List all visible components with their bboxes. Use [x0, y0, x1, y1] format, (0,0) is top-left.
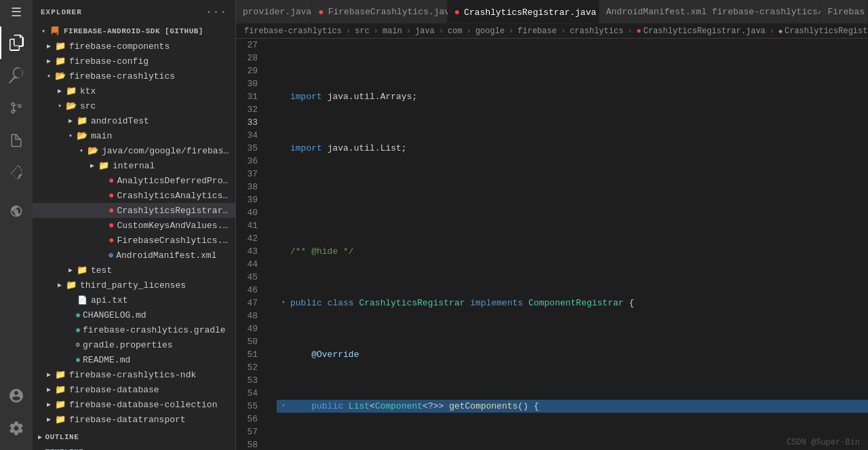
- sidebar-item-readme[interactable]: ◉ README.md: [33, 352, 235, 367]
- file-icon: 📄: [76, 295, 88, 305]
- tab-bar: provider.java ● FirebaseCrashlytics.java…: [236, 0, 868, 24]
- tab-provider-java[interactable]: provider.java: [236, 0, 311, 24]
- breadcrumb-file[interactable]: ● CrashlyticsRegistrar.java: [637, 26, 766, 36]
- fold-arrow-31[interactable]: ▾: [277, 297, 290, 310]
- sidebar-item-firebase-components[interactable]: ▶ 📁 firebase-components: [33, 39, 235, 54]
- project-root-arrow[interactable]: ▾: [38, 27, 49, 35]
- sep: ›: [561, 26, 566, 36]
- breadcrumb-firebase-crashlytics[interactable]: firebase-crashlytics: [244, 26, 342, 36]
- tab-error-indicator: ●: [454, 7, 460, 18]
- sidebar-item-firebase-crashlytics-java[interactable]: ● FirebaseCrashlytics.java: [33, 233, 235, 248]
- folder-arrow[interactable]: ▶: [43, 415, 54, 424]
- sidebar-item-android-manifest[interactable]: ⊕ AndroidManifest.xml: [33, 248, 235, 263]
- sidebar-item-firebase-datatransport[interactable]: ▶ 📁 firebase-datatransport: [33, 412, 235, 427]
- settings-activity-icon[interactable]: [0, 412, 33, 445]
- sidebar-item-firebase-config[interactable]: ▶ 📁 firebase-config: [33, 54, 235, 69]
- sidebar-item-custom-keys[interactable]: ● CustomKeysAndValues.java: [33, 218, 235, 233]
- breadcrumb-java[interactable]: java: [415, 26, 435, 36]
- sidebar-item-crashlytics-registrar[interactable]: ● CrashlyticsRegistrar.java: [33, 203, 235, 218]
- line-numbers: 27 28 29 30 31 32 33 34 35 36 37 38 39 4…: [236, 39, 271, 450]
- file-label: CHANGELOG.md: [83, 310, 146, 320]
- sidebar-item-test[interactable]: ▶ 📁 test: [33, 263, 235, 278]
- sidebar-item-ktx[interactable]: ▶ 📁 ktx: [33, 83, 235, 98]
- folder-label: firebase-components: [69, 41, 170, 52]
- folder-arrow[interactable]: ▶: [43, 42, 54, 50]
- source-control-activity-icon[interactable]: [0, 92, 33, 124]
- breadcrumb-com[interactable]: com: [448, 26, 462, 36]
- breadcrumb-google[interactable]: google: [475, 26, 505, 36]
- code-editor[interactable]: 27 28 29 30 31 32 33 34 35 36 37 38 39 4…: [236, 39, 868, 450]
- folder-arrow[interactable]: ▾: [65, 132, 76, 140]
- file-label: firebase-crashlytics.gradle: [83, 325, 226, 335]
- sidebar-item-main[interactable]: ▾ 📂 main: [33, 128, 235, 143]
- folder-arrow[interactable]: ▶: [54, 281, 65, 289]
- tab-android-manifest[interactable]: AndroidManifest.xml firebase-crashlytics…: [599, 0, 821, 24]
- folder-arrow[interactable]: ▶: [87, 162, 98, 170]
- file-label: AnalyticsDeferredProxy.java: [117, 176, 230, 186]
- folder-arrow[interactable]: ▶: [54, 87, 65, 95]
- tab-firebase-crashlytics-java[interactable]: ● FirebaseCrashlytics.java: [311, 0, 448, 24]
- code-line-32: @Override: [277, 348, 868, 361]
- sidebar-item-gradle-file[interactable]: ◉ firebase-crashlytics.gradle: [33, 322, 235, 337]
- outline-section[interactable]: ▶ OUTLINE: [33, 430, 235, 445]
- folder-arrow[interactable]: ▾: [43, 72, 54, 80]
- sep: ›: [374, 26, 378, 36]
- folder-arrow[interactable]: ▶: [43, 57, 54, 65]
- explorer-activity-icon[interactable]: [0, 26, 33, 59]
- timeline-section[interactable]: ▶ TIMELINE: [33, 445, 235, 450]
- code-text: /** @hide */: [290, 245, 354, 258]
- breadcrumb-main[interactable]: main: [382, 26, 402, 36]
- sidebar-item-firebase-database[interactable]: ▶ 📁 firebase-database: [33, 382, 235, 397]
- line-num-37: 37: [236, 168, 271, 181]
- tab-label: AndroidManifest.xml firebase-crashlytics…: [606, 7, 839, 17]
- folder-icon: 📁: [76, 115, 88, 126]
- breadcrumb-firebase[interactable]: firebase: [517, 26, 557, 36]
- watermark: CSDN @Super-Bin: [787, 438, 860, 447]
- line-num-41: 41: [236, 219, 271, 232]
- sidebar-item-crashlytics-analytics-listener[interactable]: ● CrashlyticsAnalyticsListener.java: [33, 188, 235, 203]
- sidebar-item-api-txt[interactable]: 📄 api.txt: [33, 293, 235, 307]
- folder-arrow[interactable]: ▾: [54, 102, 65, 110]
- folder-arrow[interactable]: ▾: [76, 147, 87, 155]
- hamburger-menu-icon[interactable]: ☰: [0, 0, 33, 24]
- extensions-activity-icon[interactable]: [0, 157, 33, 189]
- sidebar-item-analytics-deferred-proxy[interactable]: ● AnalyticsDeferredProxy.java: [33, 173, 235, 188]
- sidebar-menu-button[interactable]: ···: [205, 6, 227, 18]
- activity-bar-bottom: [0, 379, 33, 450]
- line-num-49: 49: [236, 322, 271, 335]
- sidebar-item-src[interactable]: ▾ 📂 src: [33, 98, 235, 113]
- breadcrumb-class[interactable]: ◆ CrashlyticsRegistrar: [778, 26, 868, 36]
- sidebar-item-firebase-crashlytics-ndk[interactable]: ▶ 📁 firebase-crashlytics-ndk: [33, 367, 235, 382]
- breadcrumb-error-dot: ●: [637, 26, 642, 36]
- sidebar-item-gradle-props[interactable]: ⚙ gradle.properties: [33, 337, 235, 352]
- folder-arrow[interactable]: ▶: [65, 266, 76, 274]
- breadcrumb-crashlytics[interactable]: crashlytics: [570, 26, 623, 36]
- account-activity-icon[interactable]: [0, 379, 33, 412]
- gradle-file-icon: ◉: [76, 326, 80, 334]
- run-debug-activity-icon[interactable]: [0, 124, 33, 157]
- sidebar-item-firebase-crashlytics[interactable]: ▾ 📂 firebase-crashlytics: [33, 69, 235, 83]
- sidebar-item-java-path[interactable]: ▾ 📂 java/com/google/firebase/crashlyt...: [33, 143, 235, 158]
- sidebar-item-third-party[interactable]: ▶ 📁 third_party_licenses: [33, 278, 235, 293]
- remote-activity-icon[interactable]: [0, 195, 33, 227]
- line-num-28: 28: [236, 52, 271, 64]
- folder-label: src: [80, 101, 96, 111]
- folder-arrow[interactable]: ▶: [43, 371, 54, 379]
- folder-arrow[interactable]: ▶: [65, 117, 76, 125]
- sidebar-item-firebase-database-collection[interactable]: ▶ 📁 firebase-database-collection: [33, 397, 235, 412]
- folder-icon: 📁: [54, 41, 66, 52]
- fold-arrow-33[interactable]: ▾: [277, 400, 290, 413]
- folder-arrow[interactable]: ▶: [43, 400, 54, 409]
- tab-firebas[interactable]: Firebas: [821, 0, 868, 24]
- folder-arrow[interactable]: ▶: [43, 386, 54, 394]
- line-num-30: 30: [236, 77, 271, 90]
- line-num-35: 35: [236, 142, 271, 155]
- tab-crashlytics-registrar-java[interactable]: ● CrashlyticsRegistrar.java ✕: [448, 0, 599, 24]
- sidebar-item-androidtest[interactable]: ▶ 📁 androidTest: [33, 113, 235, 128]
- sidebar-item-changelog[interactable]: ◉ CHANGELOG.md: [33, 307, 235, 322]
- sidebar-item-internal[interactable]: ▶ 📁 internal: [33, 158, 235, 173]
- search-activity-icon[interactable]: [0, 59, 33, 92]
- project-root[interactable]: ▾ FIREBASE-ANDROID-SDK [GITHUB]: [33, 24, 235, 39]
- breadcrumb-src[interactable]: src: [355, 26, 370, 36]
- breadcrumb: firebase-crashlytics › src › main › java…: [236, 24, 868, 39]
